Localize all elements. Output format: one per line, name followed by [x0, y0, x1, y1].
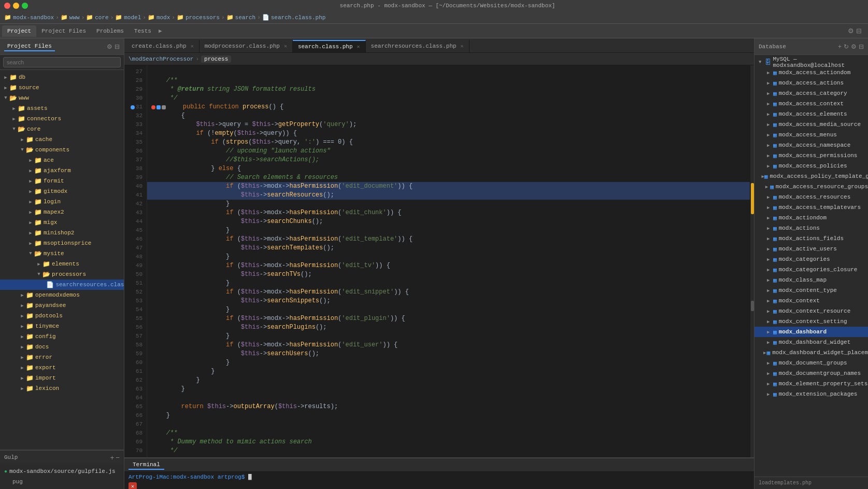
tree-item-core[interactable]: ▼ 📂 core: [0, 124, 124, 134]
tree-item-formit[interactable]: ▶ 📁 formit: [0, 176, 124, 186]
breadcrumb-modx[interactable]: 📁 modx: [148, 14, 170, 21]
window-controls[interactable]: [4, 3, 28, 9]
tree-item-tinymce[interactable]: ▶ 📁 tinymce: [0, 321, 124, 331]
minimize-button[interactable]: [13, 3, 19, 9]
close-tab-icon[interactable]: ✕: [461, 43, 464, 49]
db-table-modx-actions-fields[interactable]: ▶ ▦ modx_actions_fields: [755, 233, 868, 244]
db-table-modx-dashboard-widget-placem[interactable]: ▶ ▦ modx_dashboard_widget_placem: [755, 347, 868, 358]
db-table-modx-access-elements[interactable]: ▶ ▦ modx_access_elements: [755, 109, 868, 119]
tree-item-ace[interactable]: ▶ 📁 ace: [0, 155, 124, 165]
tree-item-error[interactable]: ▶ 📁 error: [0, 352, 124, 362]
editor-tab-create[interactable]: create.class.php ✕: [126, 40, 200, 52]
tree-item-ajaxform[interactable]: ▶ 📁 ajaxform: [0, 165, 124, 176]
terminal-content[interactable]: ArtProg-iMac:modx-sandbox artprog$ █ ✕: [124, 472, 754, 489]
db-table-modx-class-map[interactable]: ▶ ▦ modx_class_map: [755, 275, 868, 285]
maximize-button[interactable]: [22, 3, 28, 9]
tree-item-mysite[interactable]: ▼ 📂 mysite: [0, 248, 124, 259]
tree-item-source[interactable]: ▶ 📁 source: [0, 82, 124, 93]
tree-item-export[interactable]: ▶ 📁 export: [0, 362, 124, 373]
gulp-add-icon[interactable]: +: [110, 454, 114, 462]
tree-item-gitmodx[interactable]: ▶ 📁 gitmodx: [0, 186, 124, 197]
gulp-item[interactable]: ● modx-sandbox/source/gulpfile.js: [4, 466, 120, 477]
breadcrumb-www[interactable]: 📁 www: [61, 14, 80, 21]
sidebar-settings-icon[interactable]: ⚙: [107, 43, 112, 50]
tree-item-processors[interactable]: ▼ 📂 processors: [0, 269, 124, 280]
tree-item-docs[interactable]: ▶ 📁 docs: [0, 342, 124, 352]
db-table-modx-access-category[interactable]: ▶ ▦ modx_access_category: [755, 88, 868, 99]
tab-problems[interactable]: Problems: [91, 25, 129, 37]
db-refresh-icon[interactable]: ↻: [844, 43, 849, 50]
settings-icon[interactable]: ⚙: [848, 27, 854, 35]
breadcrumb-file[interactable]: 📄 search.class.php: [262, 14, 326, 21]
db-table-modx-actiondom[interactable]: ▶ ▦ modx_actiondom: [755, 213, 868, 223]
sidebar-layout-icon[interactable]: ⊟: [115, 43, 120, 50]
tab-tests[interactable]: Tests: [129, 25, 156, 37]
db-table-modx-context[interactable]: ▶ ▦ modx_context: [755, 296, 868, 306]
tree-item-import[interactable]: ▶ 📁 import: [0, 373, 124, 383]
db-table-modx-access-menus[interactable]: ▶ ▦ modx_access_menus: [755, 130, 868, 140]
tree-item-db[interactable]: ▶ 📁 db: [0, 72, 124, 82]
editor-tab-modprocessor[interactable]: modprocessor.class.php ✕: [200, 40, 293, 52]
tree-item-minishop2[interactable]: ▶ 📁 minishop2: [0, 228, 124, 238]
tree-item-config[interactable]: ▶ 📁 config: [0, 331, 124, 342]
db-table-modx-active-users[interactable]: ▶ ▦ modx_active_users: [755, 244, 868, 254]
close-tab-icon[interactable]: ✕: [191, 43, 194, 49]
breadcrumb-model[interactable]: 📁 model: [115, 14, 141, 21]
gulp-minus-icon[interactable]: −: [116, 454, 120, 462]
db-table-modx-access-resources[interactable]: ▶ ▦ modx_access_resources: [755, 192, 868, 202]
db-table-modx-actions[interactable]: ▶ ▦ modx_actions: [755, 223, 868, 233]
search-input[interactable]: [3, 57, 121, 67]
more-tabs-icon[interactable]: ▶: [159, 27, 162, 34]
db-table-modx-categories-closure[interactable]: ▶ ▦ modx_categories_closure: [755, 264, 868, 275]
breadcrumb-processors[interactable]: 📁 processors: [177, 14, 220, 21]
db-table-modx-access-namespace[interactable]: ▶ ▦ modx_access_namespace: [755, 140, 868, 150]
breadcrumb-core[interactable]: 📁 core: [86, 14, 108, 21]
tree-item-elements[interactable]: ▶ 📁 elements: [0, 259, 124, 269]
tree-item-migx[interactable]: ▶ 📁 migx: [0, 217, 124, 228]
db-layout-icon[interactable]: ⊟: [859, 43, 864, 50]
db-connection[interactable]: ▼ 🗄 MySQL — modxsandbox@localhost: [755, 57, 868, 67]
tree-item-cache[interactable]: ▶ 📁 cache: [0, 134, 124, 145]
tab-terminal[interactable]: Terminal: [129, 460, 164, 470]
db-add-icon[interactable]: +: [838, 43, 842, 50]
layout-icon[interactable]: ⊟: [856, 27, 862, 35]
tab-project-files[interactable]: Project Files: [36, 25, 91, 37]
tree-item-login[interactable]: ▶ 📁 login: [0, 197, 124, 207]
db-settings-icon[interactable]: ⚙: [851, 43, 857, 50]
db-table-modx-dashboard-widget[interactable]: ▶ ▦ modx_dashboard_widget: [755, 337, 868, 347]
scrollbar-thumb[interactable]: [751, 301, 754, 311]
db-table-modx-content-type[interactable]: ▶ ▦ modx_content_type: [755, 285, 868, 296]
tab-project[interactable]: Project: [2, 25, 36, 37]
close-tab-icon[interactable]: ✕: [357, 44, 360, 50]
tree-item-lexicon[interactable]: ▶ 📁 lexicon: [0, 383, 124, 394]
db-table-modx-documentgroup-names[interactable]: ▶ ▦ modx_documentgroup_names: [755, 368, 868, 379]
close-button[interactable]: [4, 3, 10, 9]
sidebar-tab-project-files[interactable]: Project Files: [4, 42, 55, 51]
db-table-modx-context-resource[interactable]: ▶ ▦ modx_context_resource: [755, 306, 868, 316]
db-table-modx-access-media-source[interactable]: ▶ ▦ modx_access_media_source: [755, 119, 868, 130]
db-table-modx-access-resource-groups[interactable]: ▶ ▦ modx_access_resource_groups: [755, 181, 868, 192]
breadcrumb-search[interactable]: 📁 search: [226, 14, 256, 21]
code-content[interactable]: /** * @return string JSON formatted resu…: [147, 65, 750, 457]
db-table-modx-dashboard[interactable]: ▶ ▦ modx_dashboard: [755, 327, 868, 337]
db-table-modx-extension-packages[interactable]: ▶ ▦ modx_extension_packages: [755, 389, 868, 399]
editor-tab-search[interactable]: search.class.php ✕: [293, 40, 366, 52]
db-table-modx-context-setting[interactable]: ▶ ▦ modx_context_setting: [755, 316, 868, 327]
tree-item-payandsee[interactable]: ▶ 📁 payandsee: [0, 300, 124, 311]
tree-item-connectors[interactable]: ▶ 📁 connectors: [0, 114, 124, 124]
db-table-modx-access-permissions[interactable]: ▶ ▦ modx_access_permissions: [755, 150, 868, 161]
db-table-modx-document-groups[interactable]: ▶ ▦ modx_document_groups: [755, 358, 868, 368]
db-table-modx-access-actiondom[interactable]: ▶ ▦ modx_access_actiondom: [755, 67, 868, 78]
db-table-modx-access-policies[interactable]: ▶ ▦ modx_access_policies: [755, 161, 868, 171]
db-table-modx-access-templatevars[interactable]: ▶ ▦ modx_access_templatevars: [755, 202, 868, 213]
db-table-modx-access-actions[interactable]: ▶ ▦ modx_access_actions: [755, 78, 868, 88]
db-table-modx-access-context[interactable]: ▶ ▦ modx_access_context: [755, 99, 868, 109]
db-table-modx-categories[interactable]: ▶ ▦ modx_categories: [755, 254, 868, 264]
tree-item-assets[interactable]: ▶ 📁 assets: [0, 103, 124, 114]
tree-item-msoptionsprice[interactable]: ▶ 📁 msoptionsprice: [0, 238, 124, 248]
tree-item-components[interactable]: ▼ 📂 components: [0, 145, 124, 155]
tree-item-www[interactable]: ▼ 📂 www: [0, 93, 124, 103]
editor-tab-searchresources[interactable]: searchresources.class.php ✕: [366, 40, 469, 52]
db-table-modx-access-policy-template[interactable]: ▶ ▦ modx_access_policy_template_gr: [755, 171, 868, 181]
gulp-sub-item[interactable]: pug: [4, 477, 120, 487]
